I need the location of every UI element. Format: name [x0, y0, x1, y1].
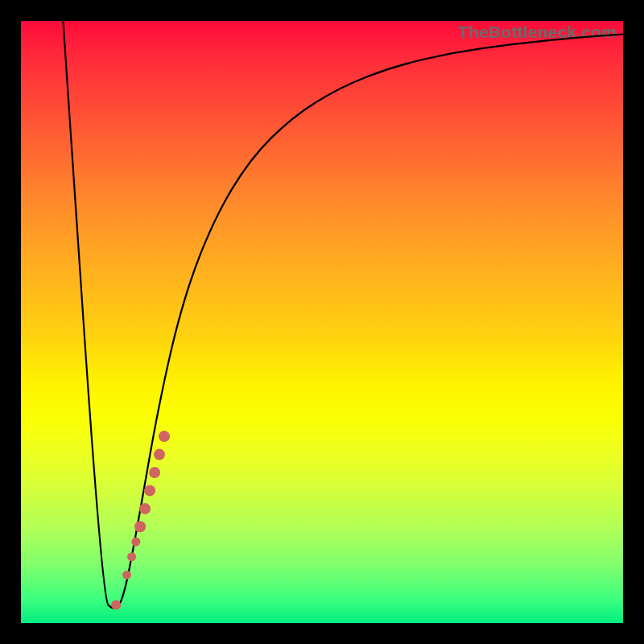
data-marker [127, 552, 136, 561]
chart-frame: TheBottleneck.com [0, 0, 644, 644]
data-marker [149, 467, 160, 478]
data-marker [131, 538, 140, 547]
data-marker [139, 503, 151, 514]
plot-area: TheBottleneck.com [21, 21, 623, 623]
curve-line [63, 21, 623, 608]
marker-group [111, 431, 170, 610]
data-marker [122, 571, 131, 580]
data-marker [134, 521, 146, 532]
data-marker [159, 431, 170, 442]
chart-svg [21, 21, 623, 623]
data-marker [111, 601, 121, 610]
data-marker [154, 449, 165, 460]
data-marker [144, 485, 155, 496]
